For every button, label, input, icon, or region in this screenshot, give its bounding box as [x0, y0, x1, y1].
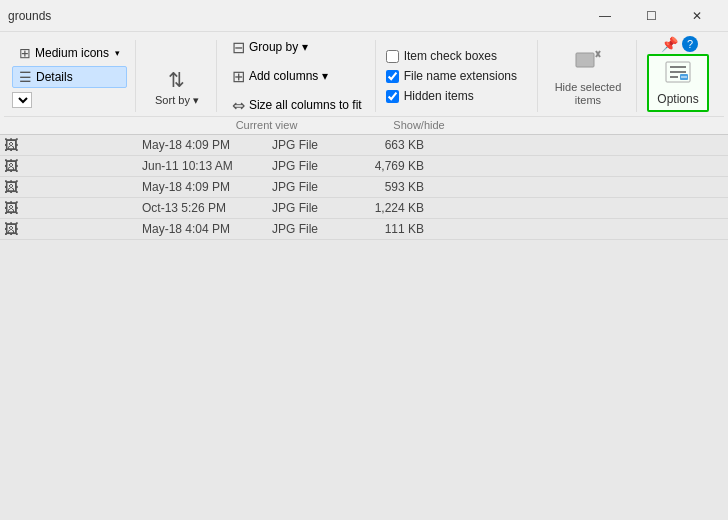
- group-by-button[interactable]: ⊟ Group by ▾: [227, 35, 313, 60]
- ribbon: ⊞ Medium icons ▾ ☰ Details ⇅: [0, 32, 728, 135]
- labels-row: Current view Show/hide: [4, 116, 724, 134]
- table-row[interactable]: 🖼 Oct-13 5:26 PM JPG File 1,224 KB: [0, 198, 728, 219]
- file-date: May-18 4:09 PM: [142, 138, 272, 152]
- file-type: JPG File: [272, 222, 352, 236]
- item-checkboxes-row[interactable]: Item check boxes: [386, 48, 497, 64]
- add-columns-button[interactable]: ⊞ Add columns ▾: [227, 64, 333, 89]
- size-all-columns-button[interactable]: ⇔ Size all columns to fit: [227, 93, 367, 118]
- file-name-extensions-checkbox[interactable]: [386, 70, 399, 83]
- item-checkboxes-checkbox[interactable]: [386, 50, 399, 63]
- file-size: 663 KB: [352, 138, 432, 152]
- file-icon: 🖼: [4, 221, 18, 237]
- file-icon: 🖼: [4, 179, 18, 195]
- view-dropdown[interactable]: [12, 92, 32, 108]
- file-type: JPG File: [272, 159, 352, 173]
- options-label: Options: [657, 92, 698, 106]
- hide-selected-label: Hide selecteditems: [555, 81, 622, 107]
- size-all-label: Size all columns to fit: [249, 98, 362, 112]
- details-label: Details: [36, 70, 73, 84]
- sort-section: ⇅ Sort by ▾: [138, 40, 217, 112]
- file-size: 593 KB: [352, 180, 432, 194]
- file-icon: 🖼: [4, 158, 18, 174]
- title-bar: grounds — ☐ ✕: [0, 0, 728, 32]
- file-type: JPG File: [272, 138, 352, 152]
- svg-rect-0: [576, 53, 594, 67]
- file-date: Oct-13 5:26 PM: [142, 201, 272, 215]
- file-explorer-window: grounds — ☐ ✕ ⊞ Medium icons ▾ ☰ Details: [0, 0, 728, 520]
- item-checkboxes-label: Item check boxes: [404, 49, 497, 63]
- window-controls: — ☐ ✕: [582, 0, 720, 32]
- help-icon[interactable]: ?: [682, 36, 698, 52]
- file-date: Jun-11 10:13 AM: [142, 159, 272, 173]
- file-type: JPG File: [272, 180, 352, 194]
- add-columns-icon: ⊞: [232, 67, 245, 86]
- add-columns-label: Add columns ▾: [249, 69, 328, 83]
- medium-icons-icon: ⊞: [19, 45, 31, 61]
- hidden-items-row[interactable]: Hidden items: [386, 88, 474, 104]
- window-title: grounds: [8, 9, 51, 23]
- hide-selected-button[interactable]: Hide selecteditems: [548, 44, 629, 112]
- pin-icon: 📌: [661, 36, 678, 52]
- pin-area: 📌 ?: [661, 36, 698, 52]
- sort-button[interactable]: ⇅ Sort by ▾: [146, 63, 208, 112]
- hide-selected-icon: [574, 49, 602, 79]
- views-label: [4, 117, 134, 134]
- file-name-extensions-row[interactable]: File name extensions: [386, 68, 517, 84]
- file-icon: 🖼: [4, 137, 18, 153]
- maximize-button[interactable]: ☐: [628, 0, 674, 32]
- medium-icons-chevron: ▾: [115, 48, 120, 58]
- toolbar-row: ⊞ Medium icons ▾ ☰ Details ⇅: [4, 36, 724, 116]
- file-date: May-18 4:09 PM: [142, 180, 272, 194]
- options-section-label: [571, 117, 643, 134]
- options-button[interactable]: Options: [647, 54, 708, 112]
- size-all-icon: ⇔: [232, 96, 245, 115]
- file-name-extensions-label: File name extensions: [404, 69, 517, 83]
- current-view-label: Current view: [194, 117, 339, 134]
- table-row[interactable]: 🖼 Jun-11 10:13 AM JPG File 4,769 KB: [0, 156, 728, 177]
- file-size: 1,224 KB: [352, 201, 432, 215]
- file-type: JPG File: [272, 201, 352, 215]
- file-size: 4,769 KB: [352, 159, 432, 173]
- table-row[interactable]: 🖼 May-18 4:09 PM JPG File 593 KB: [0, 177, 728, 198]
- minimize-button[interactable]: —: [582, 0, 628, 32]
- show-hide-label: Show/hide: [339, 117, 499, 134]
- sort-section-label: [134, 117, 194, 134]
- file-size: 111 KB: [352, 222, 432, 236]
- details-button[interactable]: ☰ Details: [12, 66, 127, 88]
- medium-icons-label: Medium icons: [35, 46, 109, 60]
- medium-icons-button[interactable]: ⊞ Medium icons ▾: [12, 42, 127, 64]
- sort-icon: ⇅: [168, 68, 185, 92]
- hidden-items-label: Hidden items: [404, 89, 474, 103]
- file-date: May-18 4:04 PM: [142, 222, 272, 236]
- file-icon: 🖼: [4, 200, 18, 216]
- views-section: ⊞ Medium icons ▾ ☰ Details: [4, 40, 136, 112]
- sort-label: Sort by ▾: [155, 94, 199, 107]
- hide-section-label: [499, 117, 571, 134]
- hide-selected-section: Hide selecteditems: [540, 40, 638, 112]
- table-row[interactable]: 🖼 May-18 4:09 PM JPG File 663 KB: [0, 135, 728, 156]
- file-list-container: 🖼 May-18 4:09 PM JPG File 663 KB 🖼 Jun-1…: [0, 135, 728, 520]
- current-view-section: ⊟ Group by ▾ ⊞ Add columns ▾ ⇔ Size all …: [219, 40, 376, 112]
- show-hide-section: Item check boxes File name extensions Hi…: [378, 40, 538, 112]
- hidden-items-checkbox[interactable]: [386, 90, 399, 103]
- close-button[interactable]: ✕: [674, 0, 720, 32]
- details-icon: ☰: [19, 69, 32, 85]
- options-icon: [664, 60, 692, 90]
- file-list: 🖼 May-18 4:09 PM JPG File 663 KB 🖼 Jun-1…: [0, 135, 728, 520]
- group-by-icon: ⊟: [232, 38, 245, 57]
- group-by-label: Group by ▾: [249, 40, 308, 54]
- table-row[interactable]: 🖼 May-18 4:04 PM JPG File 111 KB: [0, 219, 728, 240]
